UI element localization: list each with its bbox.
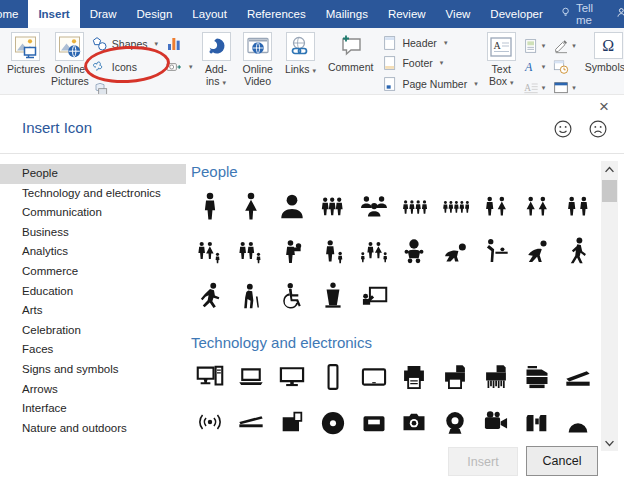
icon-presentation-board[interactable] (353, 280, 394, 312)
icon-compact-disc[interactable] (312, 406, 353, 438)
icon-baby-changing-station[interactable] (476, 235, 517, 267)
add-ins-button[interactable]: Add-ins (199, 31, 234, 90)
shapes-button[interactable]: Shapes (92, 36, 158, 52)
icon-elderly-with-cane[interactable] (231, 280, 272, 312)
icon-tablet[interactable] (353, 361, 394, 393)
category-nature-and-outdoors[interactable]: Nature and outdoors (0, 419, 186, 439)
tab-layout[interactable]: Layout (182, 0, 237, 28)
icon-person-walking[interactable] (557, 235, 598, 267)
online-video-button[interactable]: Online Video (240, 31, 276, 88)
icon-video-camera[interactable] (476, 406, 517, 438)
icon-scanner[interactable] (557, 361, 598, 393)
icon-fax-printer[interactable] (435, 361, 476, 393)
icon-copier[interactable] (516, 361, 557, 393)
tab-ome[interactable]: ome (0, 0, 28, 28)
icon-card-reader[interactable] (353, 406, 394, 438)
icon-webcam[interactable] (435, 406, 476, 438)
tell-me-box[interactable]: Tell me (553, 2, 610, 26)
category-signs-and-symbols[interactable]: Signs and symbols (0, 360, 186, 380)
quick-parts-button[interactable] (523, 38, 546, 54)
tab-insert[interactable]: Insert (28, 0, 79, 28)
icon-fax-machine[interactable] (272, 406, 313, 438)
icon-wireless-signal[interactable] (190, 406, 231, 438)
icon-people-group[interactable] (353, 190, 394, 222)
category-arrows[interactable]: Arrows (0, 380, 186, 400)
scroll-thumb[interactable] (602, 180, 617, 202)
category-celebration[interactable]: Celebration (0, 321, 186, 341)
tab-draw[interactable]: Draw (80, 0, 127, 28)
links-button[interactable]: Links (282, 31, 319, 78)
tab-references[interactable]: References (237, 0, 316, 28)
category-communication[interactable]: Communication (0, 203, 186, 223)
pictures-button[interactable]: Pictures (4, 31, 48, 76)
screenshot-button[interactable] (166, 59, 193, 75)
icon-wheelchair-user[interactable] (272, 280, 313, 312)
close-icon[interactable]: × (594, 97, 614, 117)
icon-monitor[interactable] (272, 361, 313, 393)
icon-parent-holding-baby[interactable] (272, 235, 313, 267)
icon-camera[interactable] (394, 406, 435, 438)
icon-binoculars[interactable] (516, 406, 557, 438)
symbols-button[interactable]: Ω Symbols (582, 31, 624, 76)
tab-view[interactable]: View (436, 0, 481, 28)
tab-review[interactable]: Review (378, 0, 436, 28)
icons-button[interactable]: Icons (92, 59, 158, 75)
icon-three-men[interactable] (312, 190, 353, 222)
icon-two-men[interactable] (557, 190, 598, 222)
frown-icon[interactable] (588, 119, 608, 139)
icon-flatbed-scanner[interactable] (231, 406, 272, 438)
icon-woman[interactable] (231, 190, 272, 222)
icon-speaker-at-podium[interactable] (312, 280, 353, 312)
icon-laptop[interactable] (231, 361, 272, 393)
wordart-button[interactable]: A (523, 59, 546, 75)
scroll-down-icon[interactable] (601, 435, 618, 451)
category-technology-and-electronics[interactable]: Technology and electronics (0, 184, 186, 204)
tab-developer[interactable]: Developer (480, 0, 552, 28)
page-number-button[interactable]: Page Number (382, 74, 477, 94)
scrollbar[interactable] (601, 161, 618, 451)
icon-smartphone[interactable] (312, 361, 353, 393)
icon-printer[interactable] (394, 361, 435, 393)
category-arts[interactable]: Arts (0, 301, 186, 321)
icon-family-one-child-alt[interactable] (231, 235, 272, 267)
icon-baby-sitting[interactable] (394, 235, 435, 267)
tab-design[interactable]: Design (127, 0, 183, 28)
icon-paper-shredder[interactable] (476, 361, 517, 393)
icon-person-running[interactable] (190, 280, 231, 312)
category-education[interactable]: Education (0, 282, 186, 302)
category-commerce[interactable]: Commerce (0, 262, 186, 282)
icon-person-crawling[interactable] (516, 235, 557, 267)
text-box-button[interactable]: A Text Box (484, 31, 519, 90)
icon-large-crowd[interactable] (435, 190, 476, 222)
category-interface[interactable]: Interface (0, 399, 186, 419)
insert-button[interactable]: Insert (448, 447, 518, 476)
tab-mailings[interactable]: Mailings (316, 0, 378, 28)
cancel-button[interactable]: Cancel (526, 446, 598, 476)
icon-family-two-children[interactable] (353, 235, 394, 267)
comment-button[interactable]: Comment (325, 31, 377, 74)
icon-parent-and-child[interactable] (312, 235, 353, 267)
smiley-icon[interactable] (553, 119, 573, 139)
icon-computer-mouse[interactable] (557, 406, 598, 438)
icon-crowd[interactable] (394, 190, 435, 222)
footer-button[interactable]: Footer (382, 53, 443, 73)
chart-button[interactable] (166, 36, 193, 52)
category-faces[interactable]: Faces (0, 340, 186, 360)
signature-line-button[interactable] (553, 38, 576, 54)
icon-two-women[interactable] (516, 190, 557, 222)
icon-person-bust[interactable] (272, 190, 313, 222)
icon-baby-crawling[interactable] (435, 235, 476, 267)
online-pictures-button[interactable]: Online Pictures (48, 31, 92, 88)
category-business[interactable]: Business (0, 223, 186, 243)
date-time-button[interactable] (553, 59, 576, 75)
icon-family-one-child[interactable] (190, 235, 231, 267)
icon-man-and-woman[interactable] (476, 190, 517, 222)
header-button[interactable]: Header (382, 33, 447, 53)
scroll-up-icon[interactable] (601, 161, 618, 177)
add-person-icon[interactable] (616, 6, 624, 23)
category-analytics[interactable]: Analytics (0, 242, 186, 262)
category-people[interactable]: People (0, 164, 186, 184)
icon-man[interactable] (190, 190, 231, 222)
icon-desktop-computer[interactable] (190, 361, 231, 393)
section-technology-and-electronics: Technology and electronics (190, 334, 598, 438)
